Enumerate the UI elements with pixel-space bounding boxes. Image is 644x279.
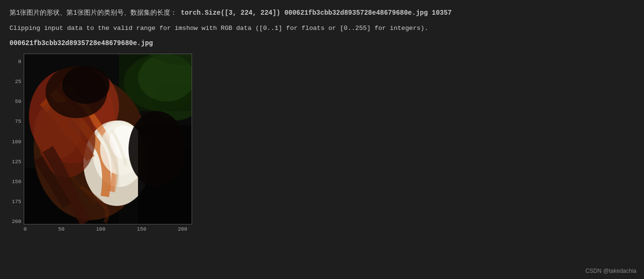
- x-axis-label: 150: [137, 226, 147, 232]
- y-axis-label: 100: [12, 140, 21, 145]
- line1: 第1张图片的形状、第1张图片的类别号、数据集的长度： torch.Size([3…: [9, 9, 635, 17]
- plot-area: 0255075100125150175200: [12, 54, 192, 232]
- y-axis: 0255075100125150175200: [12, 54, 24, 224]
- y-axis-label: 150: [12, 179, 21, 185]
- image-wrapper: 050100150200: [24, 54, 192, 232]
- y-axis-label: 75: [15, 119, 21, 124]
- line2: Clipping input data to the valid range f…: [9, 25, 635, 32]
- y-axis-label: 175: [12, 199, 21, 205]
- x-axis-label: 200: [178, 226, 187, 232]
- y-axis-label: 0: [18, 59, 21, 65]
- y-axis-label: 200: [12, 219, 21, 224]
- x-axis-label: 100: [96, 226, 106, 232]
- y-axis-label: 25: [15, 79, 21, 84]
- filename-label: 000621fb3cbb32d8935728e48679680e.jpg: [9, 39, 635, 47]
- plot-image: [24, 54, 192, 224]
- watermark: CSDN @takedachia: [585, 268, 636, 274]
- y-axis-label: 125: [12, 159, 21, 165]
- x-axis-label: 0: [24, 226, 27, 232]
- line1-value: torch.Size([3, 224, 224]) 000621fb3cbb32…: [181, 9, 451, 17]
- svg-point-18: [129, 111, 185, 187]
- plot-container: 0255075100125150175200: [12, 54, 635, 232]
- x-axis: 050100150200: [24, 226, 192, 232]
- line1-label: 第1张图片的形状、第1张图片的类别号、数据集的长度：: [9, 9, 177, 17]
- svg-point-16: [62, 66, 110, 104]
- content-area: 第1张图片的形状、第1张图片的类别号、数据集的长度： torch.Size([3…: [0, 0, 644, 237]
- y-axis-label: 50: [15, 99, 21, 104]
- x-axis-label: 50: [58, 226, 64, 232]
